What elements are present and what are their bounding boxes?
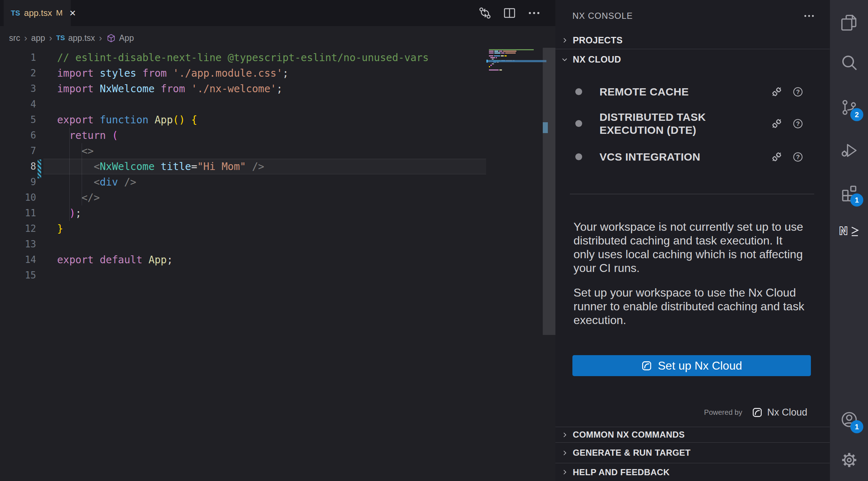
- code-line[interactable]: 6 return (: [0, 128, 486, 143]
- connect-icon[interactable]: [770, 150, 783, 164]
- line-number: 9: [0, 174, 36, 190]
- code-line[interactable]: 4: [0, 97, 486, 112]
- line-number: 10: [0, 190, 36, 205]
- code-editor[interactable]: 1// eslint-disable-next-line @typescript…: [0, 50, 486, 283]
- split-editor-icon[interactable]: [503, 6, 516, 20]
- code-text: export function App() {: [36, 112, 197, 128]
- activity-item-search[interactable]: [830, 49, 868, 76]
- section-header-projects[interactable]: PROJECTS: [555, 32, 830, 49]
- more-actions-icon[interactable]: [527, 6, 541, 20]
- code-line[interactable]: 9 <div />: [0, 174, 486, 190]
- code-text: <div />: [36, 174, 136, 190]
- breadcrumb: src›app›TSapp.tsx›App: [0, 26, 134, 50]
- section-label: GENERATE & RUN TARGET: [573, 448, 691, 458]
- code-line[interactable]: 11 );: [0, 205, 486, 221]
- line-number: 15: [0, 268, 36, 283]
- code-line[interactable]: 13: [0, 237, 486, 252]
- nx-cloud-feature-row: DISTRIBUTED TASK EXECUTION (DTE)?: [555, 109, 830, 138]
- minimap-line: [489, 49, 534, 50]
- powered-by-label: Powered by: [704, 408, 742, 417]
- editor-scrollbar[interactable]: [543, 48, 555, 335]
- section-header-common-nx-commands[interactable]: COMMON NX COMMANDS: [555, 427, 830, 442]
- breadcrumb-item[interactable]: src: [9, 33, 20, 43]
- section-label: NX CLOUD: [573, 54, 621, 65]
- line-number: 14: [0, 252, 36, 268]
- activity-item-nx-console[interactable]: N: [830, 217, 868, 245]
- breadcrumb-item[interactable]: app: [31, 33, 45, 43]
- overview-ruler-modified-marker: [543, 122, 548, 133]
- minimap[interactable]: [486, 47, 543, 76]
- nx-cloud-logo-icon: [641, 360, 652, 371]
- ts-file-icon: TS: [11, 9, 20, 17]
- more-actions-icon[interactable]: [803, 10, 815, 22]
- help-icon[interactable]: ?: [792, 86, 804, 98]
- code-text: [36, 97, 57, 112]
- run-debug-icon: [840, 141, 858, 159]
- feature-label: VCS INTEGRATION: [600, 150, 773, 163]
- code-text: import styles from './app.module.css';: [36, 65, 289, 81]
- activity-item-extensions[interactable]: 1: [830, 179, 868, 207]
- breadcrumb-item[interactable]: app.tsx: [68, 33, 95, 43]
- panel-title: NX CONSOLE: [572, 11, 633, 21]
- feature-label: REMOTE CACHE: [600, 85, 773, 98]
- minimap-line: [489, 66, 490, 67]
- code-line[interactable]: 5export function App() {: [0, 112, 486, 128]
- code-line[interactable]: 10 </>: [0, 190, 486, 205]
- line-number: 2: [0, 65, 36, 81]
- section-header-generate-run-target[interactable]: GENERATE & RUN TARGET: [555, 443, 830, 463]
- badge: 2: [850, 108, 863, 121]
- status-dot-icon: [575, 120, 582, 127]
- minimap-line: [492, 59, 494, 60]
- connect-icon[interactable]: [770, 85, 783, 99]
- connect-icon[interactable]: [770, 117, 783, 131]
- line-number: 1: [0, 50, 36, 65]
- workspace-status-text: Your workspace is not currently set up t…: [573, 220, 805, 275]
- activity-item-settings-gear[interactable]: [830, 446, 868, 474]
- section-label: HELP AND FEEDBACK: [573, 467, 670, 477]
- line-number: 6: [0, 128, 36, 143]
- tab-label: app.tsx: [24, 8, 52, 18]
- nx-cloud-logo-icon: [752, 407, 763, 418]
- code-line[interactable]: 8 <NxWelcome title="Hi Mom" />: [0, 159, 486, 174]
- chevron-right-icon: [561, 449, 568, 457]
- line-number: 4: [0, 97, 36, 112]
- open-changes-icon[interactable]: [478, 6, 492, 20]
- code-line[interactable]: 1// eslint-disable-next-line @typescript…: [0, 50, 486, 65]
- minimap-line: [489, 51, 516, 52]
- breadcrumb-separator: ›: [24, 34, 27, 42]
- chevron-down-icon: [561, 56, 568, 63]
- modified-badge: M: [56, 8, 63, 18]
- chevron-right-icon: [561, 468, 568, 476]
- code-text: </>: [36, 190, 100, 205]
- activity-item-source-control[interactable]: 2: [830, 94, 868, 121]
- activity-item-run-debug[interactable]: [830, 137, 868, 164]
- section-header-nx-cloud[interactable]: NX CLOUD: [555, 49, 830, 69]
- feature-label: DISTRIBUTED TASK EXECUTION (DTE): [600, 111, 773, 137]
- code-text: );: [36, 205, 81, 221]
- code-line[interactable]: 3import NxWelcome from './nx-welcome';: [0, 81, 486, 97]
- svg-text:?: ?: [796, 120, 800, 127]
- breadcrumb-item[interactable]: App: [119, 33, 134, 43]
- code-line[interactable]: 15: [0, 268, 486, 283]
- section-header-help-and-feedback[interactable]: HELP AND FEEDBACK: [555, 463, 830, 481]
- badge: 1: [850, 193, 863, 207]
- chevron-right-icon: [561, 431, 568, 439]
- minimap-modified-tick: [486, 60, 488, 63]
- activity-item-files-copy[interactable]: [830, 8, 868, 36]
- setup-nx-cloud-button[interactable]: Set up Nx Cloud: [572, 355, 811, 376]
- code-line[interactable]: 14export default App;: [0, 252, 486, 268]
- line-number: 13: [0, 237, 36, 252]
- code-line[interactable]: 2import styles from './app.module.css';: [0, 65, 486, 81]
- help-icon[interactable]: ?: [792, 118, 804, 129]
- line-number: 5: [0, 112, 36, 128]
- code-line[interactable]: 7 <>: [0, 143, 486, 159]
- code-text: export default App;: [36, 252, 173, 268]
- help-icon[interactable]: ?: [792, 151, 804, 163]
- code-text: }: [36, 221, 63, 237]
- section-label: COMMON NX COMMANDS: [573, 430, 685, 440]
- code-line[interactable]: 12}: [0, 221, 486, 237]
- activity-item-account[interactable]: 1: [830, 406, 868, 433]
- tab-app-tsx[interactable]: TS app.tsx M ×: [4, 0, 71, 26]
- close-icon[interactable]: ×: [69, 8, 76, 18]
- section-label: PROJECTS: [573, 35, 623, 46]
